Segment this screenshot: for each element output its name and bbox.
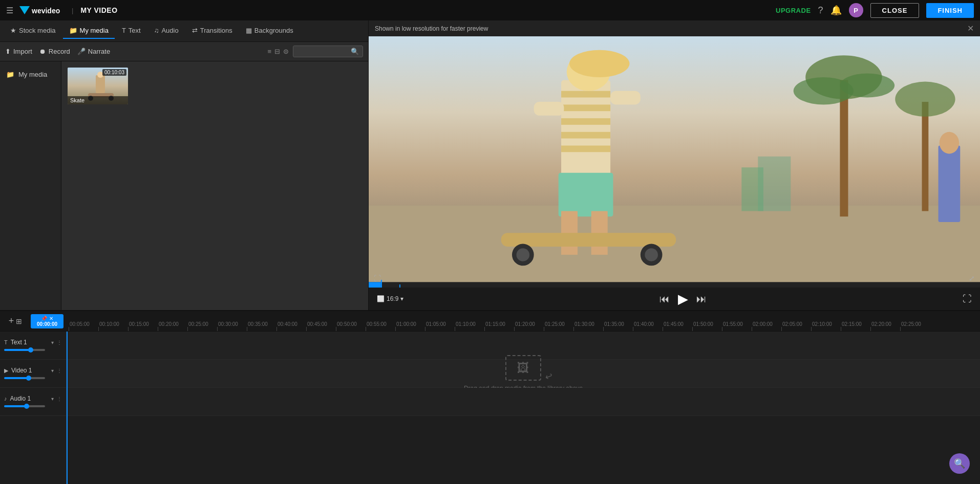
audio-track-slider[interactable]	[4, 405, 45, 407]
top-bar-left: ☰ wevideo | MY VIDEO	[6, 4, 118, 16]
top-bar: ☰ wevideo | MY VIDEO UPGRADE ? 🔔 P CLOSE…	[0, 0, 980, 20]
svg-rect-37	[741, 167, 763, 211]
playhead-time: 00:00:00	[37, 321, 57, 327]
playhead-controls: 📌 ✕	[41, 316, 53, 321]
skip-back-button[interactable]: ⏮	[659, 293, 670, 305]
text-track-knob	[28, 347, 33, 353]
preview-close-icon[interactable]: ✕	[967, 24, 974, 33]
drop-zone-content: 🖼 ↩	[505, 355, 541, 381]
text-track-slider[interactable]	[4, 349, 45, 351]
audio-track-knob	[24, 404, 29, 409]
ruler-mark: 01:20:00	[514, 321, 544, 331]
svg-rect-39	[369, 282, 381, 288]
sort-icon[interactable]: ⊜	[283, 48, 289, 55]
text-icon: T	[122, 27, 126, 34]
ruler-mark: 02:15:00	[841, 321, 870, 331]
ruler-mark: 01:00:00	[395, 321, 425, 331]
track-menu-icon[interactable]: ⋮	[57, 340, 62, 345]
svg-rect-16	[559, 173, 613, 216]
tab-my-media[interactable]: 📁 My media	[63, 23, 115, 39]
fullscreen-icon[interactable]: ⤢	[969, 274, 975, 282]
track-settings-icon[interactable]: ▾	[51, 340, 54, 345]
preview-info-text: Shown in low resolution for faster previ…	[375, 25, 488, 32]
aspect-ratio-button[interactable]: ⬜ 16:9 ▾	[377, 295, 403, 302]
video-track-knob	[26, 376, 31, 381]
tracks-content: 🖼 ↩ Drag and drop media from the library…	[67, 332, 980, 484]
finish-button[interactable]: FINISH	[926, 3, 974, 18]
folder-small-icon: 📁	[6, 71, 14, 78]
svg-rect-12	[561, 104, 610, 111]
audio-track-settings-icon[interactable]: ▾	[51, 396, 54, 402]
playhead-pin-icon: 📌	[41, 316, 47, 321]
video-track-slider[interactable]	[4, 377, 45, 379]
track-label-text1[interactable]: T Text 1 ▾ ⋮	[0, 332, 66, 360]
ruler-mark: 02:20:00	[870, 321, 900, 331]
sidebar-item-my-media[interactable]: 📁 My media	[0, 67, 61, 82]
track-row-audio1	[67, 388, 980, 416]
media-name: Skate	[68, 96, 128, 104]
video-track-menu-icon[interactable]: ⋮	[57, 368, 62, 373]
menu-icon[interactable]: ☰	[6, 6, 13, 15]
import-button[interactable]: ⬆ Import	[5, 48, 32, 55]
search-input[interactable]	[297, 48, 348, 55]
text-track-icon: T	[4, 339, 8, 345]
preview-aspect-control[interactable]: ⬜ 16:9 ▾	[377, 295, 403, 302]
track-labels: T Text 1 ▾ ⋮ ▶ Video 1 ▾ ⋮	[0, 332, 67, 484]
timeline: + ⊞ 📌 ✕ 00:00:00 00:05:0000:10:0000:15:0…	[0, 310, 980, 484]
list-view-icon[interactable]: ≡	[267, 48, 271, 55]
timeline-controls-left: + ⊞	[0, 316, 31, 326]
ruler-mark: 00:20:00	[158, 321, 187, 331]
maximize-icon[interactable]: ⛶	[963, 294, 972, 304]
svg-rect-32	[922, 102, 929, 211]
media-item-skate[interactable]: 00:10:03 Skate	[68, 68, 128, 104]
sub-toolbar-right: ≡ ⊟ ⊜ 🔍	[267, 46, 363, 57]
help-icon[interactable]: ?	[818, 5, 823, 16]
track-label-video1[interactable]: ▶ Video 1 ▾ ⋮	[0, 360, 66, 388]
svg-rect-34	[939, 145, 961, 222]
search-icon[interactable]: 🔍	[351, 48, 359, 55]
ruler-mark: 00:45:00	[306, 321, 336, 331]
drop-arrow-icon: ↩	[544, 370, 555, 383]
svg-rect-20	[610, 91, 641, 105]
notifications-icon[interactable]: 🔔	[830, 5, 842, 16]
track-label-audio1[interactable]: ♪ Audio 1 ▾ ⋮	[0, 388, 66, 416]
play-pause-button[interactable]: ▶	[678, 291, 688, 307]
tab-backgrounds[interactable]: ▦ Backgrounds	[240, 23, 300, 39]
close-button[interactable]: CLOSE	[870, 3, 920, 18]
narrate-button[interactable]: 🎤 Narrate	[77, 48, 110, 55]
svg-point-33	[895, 82, 955, 117]
preview-scrubber-indicator	[399, 284, 400, 288]
media-tabs: ★ Stock media 📁 My media T Text ♫ Audio …	[0, 20, 368, 42]
audio-track-menu-icon[interactable]: ⋮	[57, 396, 62, 402]
tab-text[interactable]: T Text	[116, 23, 147, 39]
tab-audio[interactable]: ♫ Audio	[148, 23, 185, 39]
tab-stock-media[interactable]: ★ Stock media	[4, 23, 62, 39]
audio-track-volume	[4, 404, 62, 408]
preview-right-controls: ⛶	[963, 294, 972, 304]
ruler-mark: 01:15:00	[484, 321, 514, 331]
avatar[interactable]: P	[849, 3, 863, 17]
video-track-settings-icon[interactable]: ▾	[51, 368, 54, 373]
record-button[interactable]: ⏺ Record	[39, 48, 70, 55]
ruler-mark: 02:10:00	[811, 321, 841, 331]
search-help-button[interactable]: 🔍	[949, 453, 970, 474]
upgrade-button[interactable]: UPGRADE	[776, 7, 811, 14]
media-content: 📁 My media	[0, 61, 368, 310]
svg-point-25	[517, 248, 530, 261]
tab-transitions[interactable]: ⇄ Transitions	[186, 23, 239, 39]
track-label-audio1-name: Audio 1	[10, 395, 31, 402]
skip-forward-button[interactable]: ⏭	[696, 293, 707, 305]
zoom-button[interactable]: ⊞	[16, 317, 22, 325]
video-track-volume	[4, 376, 62, 380]
playhead-marker[interactable]: 📌 ✕ 00:00:00	[31, 314, 63, 328]
expand-icon[interactable]: ⛶	[374, 274, 381, 282]
ruler-mark: 00:15:00	[128, 321, 158, 331]
svg-rect-9	[369, 206, 980, 288]
ruler-mark: 00:40:00	[276, 321, 306, 331]
filter-icon[interactable]: ⊟	[274, 48, 280, 55]
svg-point-35	[940, 132, 959, 154]
video-track-icon: ▶	[4, 367, 8, 374]
add-track-button[interactable]: +	[9, 316, 14, 326]
svg-point-31	[840, 74, 894, 98]
playhead-close-icon[interactable]: ✕	[49, 316, 53, 321]
